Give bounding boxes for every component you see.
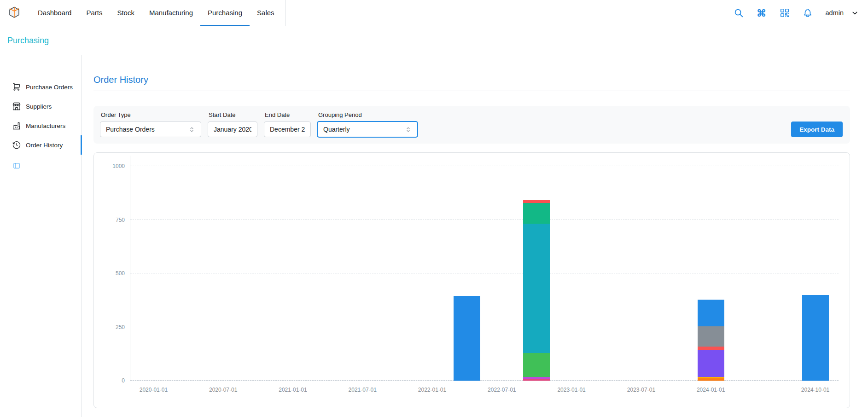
filter-panel: Order Type Purchase Orders Start Date	[93, 106, 850, 144]
qr-scan-icon[interactable]	[780, 8, 790, 18]
chart-bar-segment	[523, 200, 550, 203]
y-gridline	[130, 220, 839, 220]
export-data-button[interactable]: Export Data	[791, 122, 843, 137]
bell-icon[interactable]	[803, 8, 813, 18]
user-menu[interactable]: admin	[826, 9, 859, 17]
chart-bar[interactable]	[698, 156, 724, 381]
filter-start-date: Start Date	[208, 111, 257, 137]
chevron-updown-icon	[188, 126, 195, 133]
nav-tab-manufacturing[interactable]: Manufacturing	[142, 0, 200, 26]
x-axis-tick-label: 2022-01-01	[418, 387, 446, 393]
content-area: Purchase Orders Suppliers	[0, 55, 868, 417]
filter-grouping-period: Grouping Period Quarterly	[317, 111, 418, 137]
chart-plot: 025050075010002020-01-012020-07-012021-0…	[130, 156, 839, 381]
grouping-period-value: Quarterly	[323, 126, 350, 133]
main-panel: Order History Order Type Purchase Orders	[82, 55, 868, 417]
y-axis-tick-label: 1000	[112, 163, 125, 169]
x-axis-tick-label: 2024-10-01	[801, 387, 829, 393]
y-gridline	[130, 166, 839, 166]
breadcrumb-item-purchasing[interactable]: Purchasing	[7, 36, 49, 46]
sidebar-item-manufacturers[interactable]: Manufacturers	[0, 116, 82, 135]
sidebar-item-purchase-orders[interactable]: Purchase Orders	[0, 77, 82, 97]
app-root: Dashboard Parts Stock Manufacturing Purc…	[0, 0, 868, 417]
breadcrumb: Purchasing	[0, 26, 868, 55]
chart-bar-segment	[523, 203, 550, 223]
x-axis-tick-label: 2023-01-01	[557, 387, 585, 393]
sidebar-item-label: Manufacturers	[26, 122, 65, 129]
y-gridline	[130, 273, 839, 273]
search-icon[interactable]	[734, 8, 744, 18]
sidebar-collapse-icon[interactable]	[13, 162, 20, 169]
sidebar-item-order-history[interactable]: Order History	[0, 135, 82, 155]
shopping-cart-icon	[12, 82, 21, 92]
factory-icon	[12, 121, 21, 130]
command-icon[interactable]: ⌘	[757, 8, 767, 18]
chart-bar[interactable]	[802, 156, 829, 381]
chart-bar-segment	[454, 296, 480, 381]
grouping-period-select[interactable]: Quarterly	[317, 122, 418, 137]
order-type-value: Purchase Orders	[106, 126, 155, 133]
y-axis-tick-label: 500	[116, 270, 125, 277]
sidebar-item-label: Order History	[26, 142, 63, 149]
x-axis-tick-label: 2021-07-01	[349, 387, 377, 393]
chart-bar-segment	[698, 378, 724, 381]
y-axis-tick-label: 750	[116, 217, 125, 223]
order-type-select[interactable]: Purchase Orders	[100, 122, 201, 137]
nav-tab-dashboard[interactable]: Dashboard	[30, 0, 79, 26]
chart-bar-segment	[698, 326, 724, 346]
sidebar-item-label: Suppliers	[26, 103, 52, 110]
storefront-icon	[12, 102, 21, 111]
chart-bar-segment	[698, 350, 724, 377]
nav-tab-parts[interactable]: Parts	[79, 0, 110, 26]
grouping-period-label: Grouping Period	[318, 111, 418, 118]
chart-bar[interactable]	[454, 156, 480, 381]
start-date-label: Start Date	[209, 111, 257, 118]
y-axis-tick-label: 0	[122, 377, 125, 384]
chart-bar-segment	[698, 347, 724, 350]
chart-bar[interactable]	[523, 156, 550, 381]
x-axis-tick-label: 2022-07-01	[488, 387, 516, 393]
chart-bar-segment	[698, 300, 724, 326]
chart-bar-segment	[523, 379, 550, 381]
history-icon	[12, 140, 21, 150]
chevron-down-icon	[851, 9, 859, 17]
x-axis-tick-label: 2021-01-01	[279, 387, 307, 393]
x-axis-tick-label: 2023-07-01	[627, 387, 655, 393]
chart-bar-segment	[523, 224, 550, 353]
start-date-input[interactable]	[208, 122, 257, 137]
title-divider	[93, 91, 850, 91]
filter-order-type: Order Type Purchase Orders	[100, 111, 201, 137]
nav-tab-stock[interactable]: Stock	[110, 0, 142, 26]
header-actions: ⌘ admin	[734, 8, 859, 18]
y-gridline	[130, 327, 839, 327]
chevron-updown-icon	[405, 126, 412, 133]
nav-tab-purchasing[interactable]: Purchasing	[200, 0, 250, 26]
end-date-input[interactable]	[264, 122, 311, 137]
top-navbar: Dashboard Parts Stock Manufacturing Purc…	[0, 0, 868, 26]
sidebar: Purchase Orders Suppliers	[0, 55, 82, 417]
y-axis-tick-label: 250	[116, 324, 125, 330]
app-logo-icon[interactable]	[7, 6, 21, 20]
main-nav: Dashboard Parts Stock Manufacturing Purc…	[30, 0, 286, 26]
x-axis-tick-label: 2024-01-01	[697, 387, 725, 393]
chart-card: 025050075010002020-01-012020-07-012021-0…	[93, 152, 850, 408]
y-gridline	[130, 380, 839, 381]
chart-bar-segment	[523, 353, 550, 376]
order-type-label: Order Type	[101, 111, 201, 118]
end-date-label: End Date	[265, 111, 311, 118]
filter-end-date: End Date	[264, 111, 311, 137]
nav-tab-sales[interactable]: Sales	[250, 0, 282, 26]
chart-bar-segment	[802, 295, 829, 381]
x-axis-tick-label: 2020-01-01	[140, 387, 168, 393]
user-name: admin	[826, 9, 844, 17]
page-title: Order History	[93, 75, 850, 85]
sidebar-item-label: Purchase Orders	[26, 84, 73, 91]
sidebar-item-suppliers[interactable]: Suppliers	[0, 97, 82, 116]
x-axis-tick-label: 2020-07-01	[209, 387, 237, 393]
